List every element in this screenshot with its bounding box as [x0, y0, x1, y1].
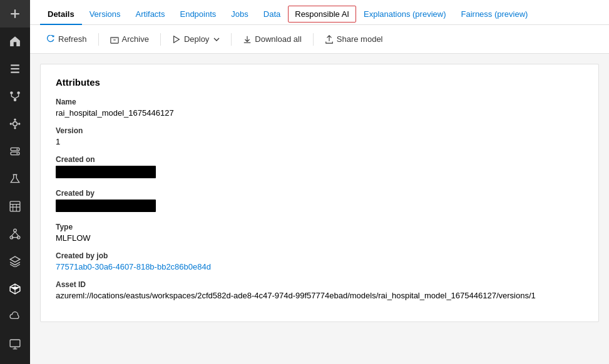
- attr-created-by-label: Created by: [56, 189, 583, 198]
- tab-bar: Details Versions Artifacts Endpoints Job…: [30, 0, 609, 25]
- flask-icon[interactable]: [0, 165, 30, 193]
- content-area: Attributes Name rai_hospital_model_16754…: [30, 54, 609, 364]
- attr-version: Version 1: [56, 126, 583, 146]
- attr-version-label: Version: [56, 126, 583, 135]
- nodes-icon[interactable]: [0, 220, 30, 248]
- svg-rect-0: [11, 64, 19, 66]
- svg-point-10: [18, 123, 20, 124]
- attr-asset-id: Asset ID azureml://locations/eastus/work…: [56, 280, 583, 300]
- attr-created-by: Created by: [56, 189, 583, 214]
- svg-rect-2: [11, 72, 19, 73]
- attr-name-value: rai_hospital_model_1675446127: [56, 108, 583, 118]
- layers-icon[interactable]: [0, 248, 30, 275]
- attr-created-on: Created on: [56, 155, 583, 180]
- deploy-label: Deploy: [184, 34, 209, 44]
- workflow-icon[interactable]: [0, 83, 30, 110]
- svg-point-4: [17, 91, 20, 94]
- download-label: Download all: [255, 34, 301, 44]
- svg-point-3: [10, 91, 13, 94]
- cube-icon[interactable]: [0, 275, 30, 303]
- attr-type: Type MLFLOW: [56, 223, 583, 243]
- tab-versions[interactable]: Versions: [82, 4, 128, 25]
- attr-created-by-job: Created by job 77571ab0-30a6-4607-818b-b…: [56, 251, 583, 271]
- archive-label: Archive: [122, 34, 149, 44]
- attributes-card: Attributes Name rai_hospital_model_16754…: [40, 64, 599, 322]
- svg-rect-15: [10, 201, 20, 211]
- attr-created-on-value: [56, 166, 583, 180]
- attr-asset-id-value: azureml://locations/eastus/workspaces/2c…: [56, 291, 583, 300]
- toolbar: Refresh Archive Deploy: [30, 25, 609, 54]
- svg-marker-24: [174, 36, 180, 43]
- attr-created-by-value: [56, 200, 583, 214]
- tab-endpoints[interactable]: Endpoints: [172, 4, 223, 25]
- separator-3: [231, 33, 232, 46]
- svg-point-9: [10, 123, 12, 124]
- cloud-icon[interactable]: [0, 303, 30, 330]
- svg-point-7: [14, 119, 16, 121]
- svg-point-8: [14, 127, 16, 129]
- svg-rect-1: [11, 68, 19, 69]
- svg-rect-12: [11, 152, 19, 155]
- tab-jobs[interactable]: Jobs: [223, 4, 255, 25]
- share-button[interactable]: Share model: [319, 31, 389, 47]
- attr-name-label: Name: [56, 98, 583, 106]
- branch-icon[interactable]: [0, 358, 30, 364]
- home-icon[interactable]: [0, 28, 30, 55]
- tab-fairness[interactable]: Fairness (preview): [454, 4, 536, 25]
- tab-responsible-ai[interactable]: Responsible AI: [288, 6, 356, 23]
- attr-asset-id-label: Asset ID: [56, 280, 583, 289]
- tab-artifacts[interactable]: Artifacts: [128, 4, 173, 25]
- network-icon[interactable]: [0, 110, 30, 138]
- attr-name: Name rai_hospital_model_1675446127: [56, 98, 583, 118]
- tab-details[interactable]: Details: [40, 4, 82, 25]
- card-title: Attributes: [56, 77, 583, 88]
- download-button[interactable]: Download all: [237, 31, 307, 47]
- attr-created-on-label: Created on: [56, 155, 583, 164]
- share-label: Share model: [337, 34, 383, 44]
- redacted-created-on: [56, 166, 156, 178]
- tab-explanations[interactable]: Explanations (preview): [356, 4, 454, 25]
- tab-data[interactable]: Data: [256, 4, 288, 25]
- separator-4: [313, 33, 314, 46]
- attr-version-value: 1: [56, 137, 583, 146]
- attr-type-value: MLFLOW: [56, 233, 583, 243]
- attr-type-label: Type: [56, 223, 583, 231]
- svg-point-13: [16, 149, 18, 150]
- plus-icon[interactable]: [0, 0, 30, 28]
- table-icon[interactable]: [0, 193, 30, 220]
- deploy-button[interactable]: Deploy: [166, 31, 226, 47]
- main-content: Details Versions Artifacts Endpoints Job…: [30, 0, 609, 364]
- refresh-button[interactable]: Refresh: [40, 31, 93, 47]
- redacted-created-by: [56, 200, 156, 212]
- sidebar: [0, 0, 30, 364]
- attr-job-label: Created by job: [56, 251, 583, 260]
- attr-job-value[interactable]: 77571ab0-30a6-4607-818b-bb2c86b0e84d: [56, 262, 583, 271]
- separator-1: [98, 33, 99, 46]
- list-icon[interactable]: [0, 55, 30, 83]
- svg-point-14: [16, 153, 18, 154]
- refresh-label: Refresh: [58, 34, 87, 44]
- svg-rect-19: [10, 340, 20, 346]
- archive-button[interactable]: Archive: [104, 31, 155, 47]
- separator-2: [160, 33, 161, 46]
- server-icon[interactable]: [0, 138, 30, 165]
- svg-point-6: [13, 122, 18, 126]
- svg-point-16: [14, 229, 17, 232]
- monitor-icon[interactable]: [0, 330, 30, 358]
- svg-rect-11: [11, 148, 19, 151]
